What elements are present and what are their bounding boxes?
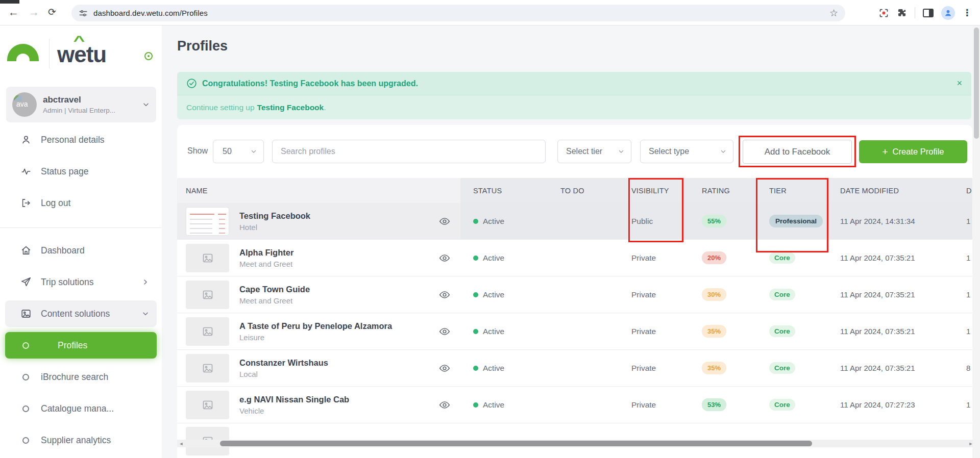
column-header-visibility: VISIBILITY: [617, 187, 693, 195]
avatar: ava: [12, 92, 37, 117]
sidebar-item-log-out[interactable]: Log out: [0, 187, 162, 219]
eye-icon[interactable]: [439, 252, 450, 264]
table-row[interactable]: Cape Town Guide Meet and Greet Active Pr…: [177, 276, 972, 313]
eye-icon[interactable]: [439, 289, 450, 300]
vertical-scrollbar[interactable]: [973, 26, 980, 458]
browser-reload-icon[interactable]: ⟳: [48, 6, 56, 19]
sidebar-item-profiles[interactable]: Profiles: [0, 329, 162, 361]
eye-icon[interactable]: [439, 363, 450, 374]
image-placeholder-icon: [202, 325, 214, 338]
scroll-left-icon[interactable]: ◄: [177, 440, 185, 447]
profile-thumbnail: [186, 317, 229, 346]
wetu-logo-text[interactable]: we^tu: [57, 42, 106, 67]
cutoff-cell: 1: [953, 253, 972, 262]
status-dot: [473, 256, 478, 261]
sidebar-item-trip-solutions[interactable]: Trip solutions: [0, 266, 162, 298]
create-profile-button[interactable]: + Create Profile: [859, 140, 967, 163]
wetu-arch-logo-icon[interactable]: [7, 44, 39, 61]
bookmark-star-icon[interactable]: ☆: [829, 7, 838, 19]
profile-thumbnail: [186, 244, 229, 272]
tier-select[interactable]: Select tier: [557, 140, 631, 163]
check-circle-icon: [186, 78, 197, 89]
profile-name[interactable]: Alpha Fighter: [239, 248, 293, 258]
account-switcher[interactable]: ava abctravel Admin | Virtual Enterp...: [6, 87, 156, 122]
rating-badge: 35%: [702, 325, 726, 338]
chevron-down-icon: [720, 148, 727, 155]
table-row[interactable]: A Taste of Peru by Penelope Alzamora Lei…: [177, 313, 972, 350]
profile-name[interactable]: e.g NAVI Nissan Single Cab: [239, 395, 349, 404]
logout-icon: [20, 197, 32, 209]
horizontal-scroll-thumb[interactable]: [220, 441, 812, 446]
status-dot: [473, 292, 478, 297]
tier-badge: Core: [769, 399, 795, 411]
horizontal-scrollbar[interactable]: ◄ ►: [177, 440, 975, 447]
column-header-cutoff: D: [953, 187, 972, 195]
profile-thumbnail: [186, 354, 229, 383]
image-icon: [20, 308, 32, 319]
sidebar-item-catalogue-management[interactable]: Catalogue mana...: [0, 393, 162, 424]
browser-toolbar: ← → ⟳ dashboard.dev.wetu.com/Profiles ☆: [0, 0, 980, 26]
visibility-cell: Private: [617, 253, 693, 263]
banner-continue-text: Continue setting up: [186, 103, 255, 112]
browser-back-icon[interactable]: ←: [8, 6, 19, 19]
home-icon: [20, 245, 32, 256]
date-modified-cell: 11 Apr 2024, 07:35:21: [833, 290, 953, 299]
rating-badge: 35%: [702, 362, 726, 374]
chevron-right-icon: [141, 278, 150, 286]
sidebar-item-content-solutions[interactable]: Content solutions: [0, 298, 162, 329]
sidebar-collapse-icon[interactable]: [144, 52, 153, 60]
banner-continue-suffix: .: [324, 103, 326, 112]
date-modified-cell: 11 Apr 2024, 14:31:34: [833, 217, 953, 225]
sidebar-item-supplier-analytics[interactable]: Supplier analytics: [0, 424, 162, 456]
url-text[interactable]: dashboard.dev.wetu.com/Profiles: [93, 9, 208, 17]
site-info-icon[interactable]: [78, 8, 88, 18]
column-header-tier: TIER: [754, 187, 833, 195]
type-select[interactable]: Select type: [640, 140, 733, 163]
eye-icon[interactable]: [439, 216, 450, 227]
table-row[interactable]: e.g NAVI Nissan Single Cab Vehicle Activ…: [177, 387, 972, 423]
circle-bullet-icon: [22, 437, 29, 444]
image-placeholder-icon: [202, 252, 214, 264]
extensions-icon[interactable]: [897, 8, 907, 18]
profile-name[interactable]: Constanzer Wirtshaus: [239, 358, 328, 368]
banner-continue-link[interactable]: Testing Facebook: [257, 103, 324, 112]
sidebar-item-status-page[interactable]: Status page: [0, 156, 162, 187]
status-dot: [473, 402, 478, 408]
address-bar[interactable]: dashboard.dev.wetu.com/Profiles ☆: [71, 5, 845, 21]
profile-name[interactable]: Testing Facebook: [239, 211, 310, 221]
add-to-facebook-button[interactable]: Add to Facebook: [743, 140, 852, 164]
date-modified-cell: 11 Apr 2024, 07:27:23: [833, 400, 953, 409]
profile-name[interactable]: A Taste of Peru by Penelope Alzamora: [239, 321, 392, 331]
browser-profile-avatar[interactable]: [941, 6, 955, 20]
sidebar-item-ibrochure-search[interactable]: iBrochure search: [0, 361, 162, 393]
search-input[interactable]: [272, 140, 546, 163]
horizontal-scroll-track[interactable]: [185, 440, 967, 447]
column-header-rating: RATING: [693, 187, 754, 195]
image-placeholder-icon: [202, 289, 214, 301]
page-title: Profiles: [177, 38, 228, 54]
browser-forward-icon[interactable]: →: [29, 6, 39, 19]
chevron-down-icon: [142, 100, 150, 109]
page-size-select[interactable]: 50: [213, 140, 264, 163]
eye-icon[interactable]: [439, 326, 450, 337]
sidebar-item-profiles-active[interactable]: Profiles: [5, 332, 157, 359]
date-modified-cell: 11 Apr 2024, 07:35:21: [833, 364, 953, 372]
screen-capture-icon[interactable]: [878, 8, 889, 18]
browser-menu-icon[interactable]: ⋮: [963, 7, 972, 18]
cutoff-cell: 1: [953, 290, 972, 299]
sidebar: we^tu ava abctravel Admin | Virtual Ente…: [0, 26, 162, 458]
eye-icon[interactable]: [439, 399, 450, 411]
table-row[interactable]: Alpha Fighter Meet and Greet Active Priv…: [177, 240, 972, 276]
vertical-scroll-thumb[interactable]: [974, 28, 979, 139]
close-icon[interactable]: ×: [957, 78, 962, 89]
sidebar-item-personal-details[interactable]: Personal details: [0, 124, 162, 156]
table-row[interactable]: Constanzer Wirtshaus Local Active Privat…: [177, 350, 972, 387]
cutoff-cell: 1: [953, 217, 972, 225]
sidebar-item-dashboard[interactable]: Dashboard: [0, 235, 162, 266]
status-label: Active: [483, 364, 504, 373]
side-panel-icon[interactable]: [923, 9, 934, 17]
rating-badge: 30%: [702, 288, 726, 301]
sidebar-divider: [0, 227, 162, 228]
table-row[interactable]: Testing Facebook Hotel Active Public 55%…: [177, 203, 972, 240]
profile-name[interactable]: Cape Town Guide: [239, 285, 310, 294]
